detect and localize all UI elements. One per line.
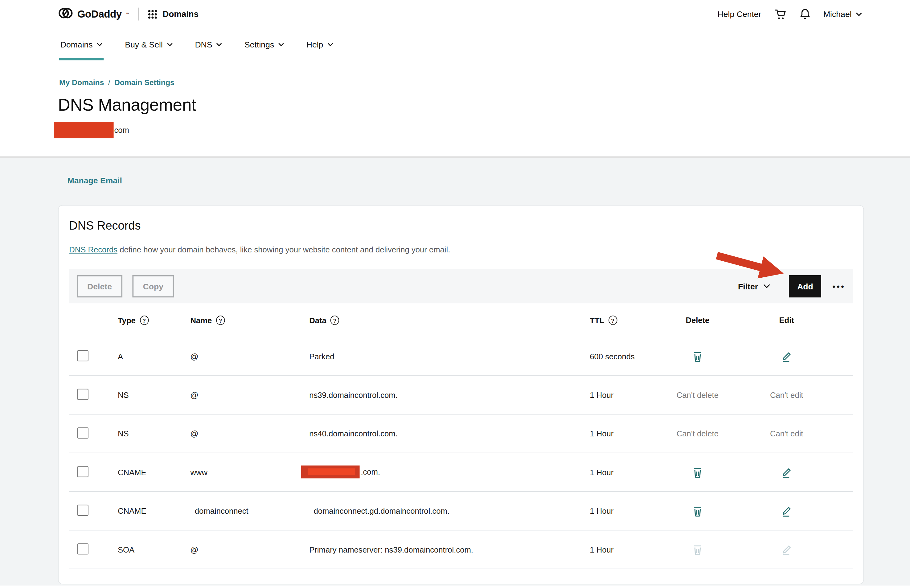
row-checkbox[interactable]	[78, 427, 89, 438]
help-icon[interactable]: ?	[609, 315, 617, 325]
primary-nav: Domains Buy & Sell DNS Settings Help	[0, 28, 910, 60]
app-switcher-icon[interactable]	[147, 9, 157, 19]
delete-button[interactable]: Delete	[77, 275, 122, 297]
checkbox-cell	[78, 350, 89, 363]
cell-type: CNAME	[118, 468, 146, 477]
edit-record-icon[interactable]	[781, 505, 792, 517]
cell-ttl: 1 Hour	[590, 429, 613, 438]
checkbox-cell	[78, 543, 89, 556]
delete-record-icon[interactable]	[692, 505, 703, 517]
topbar-divider	[138, 8, 139, 21]
table-row: CNAME www .com. 1 Hour	[69, 453, 853, 492]
row-checkbox[interactable]	[78, 504, 89, 515]
table-header-row: Type? Name? Data? TTL? Delete Edit	[69, 303, 853, 337]
card-heading: DNS Records	[69, 218, 853, 233]
cell-ttl: 1 Hour	[590, 391, 613, 399]
cell-data: _domainconnect.gd.domaincontrol.com.	[309, 507, 449, 515]
tab-buy-sell[interactable]: Buy & Sell	[125, 28, 173, 60]
chevron-down-icon	[167, 42, 173, 46]
redacted-domain-name	[54, 122, 114, 138]
help-center-link[interactable]: Help Center	[718, 9, 761, 18]
checkbox-cell	[78, 427, 89, 440]
domain-name-line: com	[54, 122, 910, 138]
edit-record-icon[interactable]	[781, 466, 792, 478]
help-icon[interactable]: ?	[216, 315, 225, 325]
cell-name: @	[191, 429, 199, 438]
cell-ttl: 600 seconds	[590, 352, 634, 361]
godaddy-logo[interactable]: GoDaddy™	[58, 6, 129, 21]
manage-email-link[interactable]: Manage Email	[68, 176, 122, 185]
records-toolbar: Delete Copy Filter Add •••	[69, 269, 853, 303]
breadcrumb-domain-settings[interactable]: Domain Settings	[114, 78, 175, 87]
copy-button[interactable]: Copy	[132, 275, 174, 297]
help-icon[interactable]: ?	[140, 315, 149, 325]
breadcrumb: My Domains / Domain Settings	[59, 78, 910, 87]
header-data: Data?	[309, 315, 339, 325]
tab-help[interactable]: Help	[306, 28, 333, 60]
cell-data: ns39.domaincontrol.com.	[309, 391, 398, 399]
table-row: A @ Parked 600 seconds	[69, 337, 853, 376]
app-label: Domains	[163, 9, 199, 18]
more-actions-icon[interactable]: •••	[832, 283, 845, 289]
row-checkbox[interactable]	[78, 466, 89, 477]
card-description: DNS Records define how your domain behav…	[69, 245, 853, 255]
godaddy-heart-icon	[58, 6, 73, 21]
filter-dropdown[interactable]: Filter	[738, 281, 770, 291]
domain-suffix: com	[114, 126, 129, 135]
tab-label: Buy & Sell	[125, 39, 163, 49]
tab-domains[interactable]: Domains	[60, 28, 103, 60]
tab-label: DNS	[195, 39, 212, 49]
cant-delete-label: Can't delete	[656, 429, 739, 438]
cell-data: ns40.domaincontrol.com.	[309, 429, 398, 438]
cell-data: Primary nameserver: ns39.domaincontrol.c…	[309, 545, 473, 554]
description-text: define how your domain behaves, like sho…	[118, 245, 450, 254]
tab-label: Domains	[60, 39, 93, 49]
tab-label: Settings	[244, 39, 274, 49]
delete-record-icon[interactable]	[692, 466, 703, 478]
delete-record-icon[interactable]	[692, 351, 703, 362]
cell-name: _domainconnect	[191, 507, 249, 515]
user-menu[interactable]: Michael	[823, 9, 862, 18]
page-content: Manage Email DNS Records DNS Records def…	[0, 158, 910, 586]
cell-type: A	[118, 352, 123, 361]
row-checkbox[interactable]	[78, 350, 89, 361]
table-row: SOA @ Primary nameserver: ns39.domaincon…	[69, 530, 853, 569]
cell-data: .com.	[309, 465, 380, 480]
edit-record-icon-disabled	[781, 543, 792, 556]
tab-dns[interactable]: DNS	[195, 28, 222, 60]
cell-type: NS	[118, 391, 129, 399]
cant-edit-label: Can't edit	[734, 391, 839, 399]
chevron-down-icon	[217, 42, 222, 46]
tab-label: Help	[306, 39, 323, 49]
help-icon[interactable]: ?	[330, 315, 339, 325]
notifications-bell-icon[interactable]	[799, 8, 810, 20]
chevron-down-icon	[763, 284, 770, 288]
table-row: CNAME _domainconnect _domainconnect.gd.d…	[69, 492, 853, 530]
row-checkbox[interactable]	[78, 389, 89, 400]
user-name: Michael	[823, 9, 852, 18]
cart-icon[interactable]	[774, 9, 786, 20]
chevron-down-icon	[856, 12, 862, 16]
cell-ttl: 1 Hour	[590, 468, 613, 477]
dns-records-card: DNS Records DNS Records define how your …	[58, 205, 864, 584]
checkbox-cell	[78, 504, 89, 517]
chevron-down-icon	[278, 42, 284, 46]
checkbox-cell	[78, 466, 89, 478]
add-record-button[interactable]: Add	[789, 275, 821, 297]
cell-name: @	[191, 352, 199, 361]
cell-type: CNAME	[118, 507, 146, 515]
breadcrumb-my-domains[interactable]: My Domains	[59, 78, 104, 87]
header-type: Type?	[118, 315, 149, 325]
page-title: DNS Management	[58, 95, 910, 115]
trademark: ™	[126, 12, 129, 16]
dns-records-link[interactable]: DNS Records	[69, 245, 118, 254]
row-checkbox[interactable]	[78, 543, 89, 554]
tab-settings[interactable]: Settings	[244, 28, 284, 60]
edit-record-icon[interactable]	[781, 350, 792, 362]
header-delete: Delete	[656, 316, 739, 325]
chevron-down-icon	[97, 42, 103, 46]
header-ttl: TTL?	[590, 315, 617, 325]
cell-name: @	[191, 391, 199, 399]
checkbox-cell	[78, 389, 89, 402]
cell-data: Parked	[309, 352, 334, 361]
